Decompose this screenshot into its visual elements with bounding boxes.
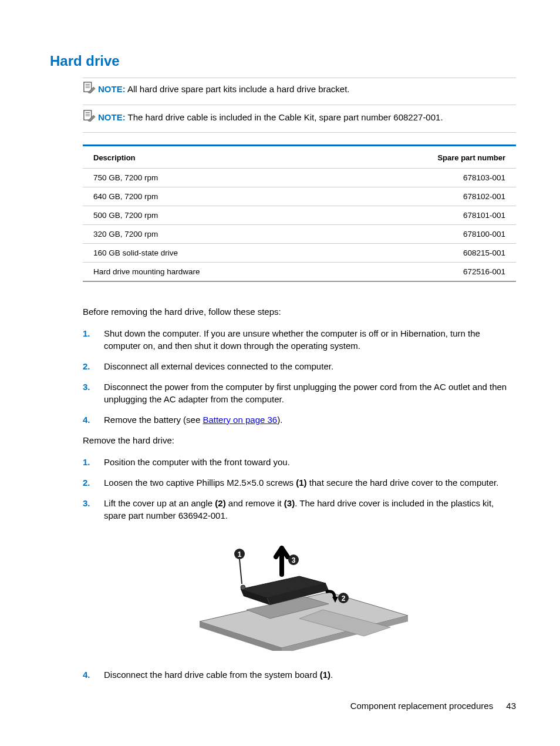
remove-paragraph: Remove the hard drive: bbox=[83, 434, 510, 446]
cell-desc: 640 GB, 7200 rpm bbox=[93, 192, 158, 201]
list-item: 4. Remove the battery (see Battery on pa… bbox=[83, 414, 510, 426]
step-number: 4. bbox=[83, 668, 104, 681]
list-item: 3.Disconnect the power from the computer… bbox=[83, 381, 510, 405]
footer-section: Component replacement procedures bbox=[350, 701, 493, 711]
note-2: NOTE: The hard drive cable is included i… bbox=[83, 111, 516, 133]
note-1: NOTE: All hard drive spare part kits inc… bbox=[83, 78, 516, 105]
step-number: 3. bbox=[83, 497, 104, 522]
note-icon bbox=[83, 110, 96, 122]
cell-part: 678101-001 bbox=[463, 211, 505, 220]
note-text: All hard drive spare part kits include a… bbox=[127, 84, 350, 94]
intro-paragraph: Before removing the hard drive, follow t… bbox=[83, 305, 510, 318]
step-text: Shut down the computer. If you are unsur… bbox=[104, 327, 510, 352]
battery-link[interactable]: Battery on page 36 bbox=[203, 415, 277, 425]
parts-table: Description Spare part number 750 GB, 72… bbox=[83, 145, 516, 282]
note-icon bbox=[83, 82, 96, 93]
step-text: Loosen the two captive Phillips M2.5×5.0… bbox=[104, 476, 510, 489]
list-item: 1.Position the computer with the front t… bbox=[83, 456, 510, 468]
list-item: 2. Loosen the two captive Phillips M2.5×… bbox=[83, 476, 510, 489]
table-row: 750 GB, 7200 rpm678103-001 bbox=[83, 169, 516, 187]
step-text: Position the computer with the front tow… bbox=[104, 456, 510, 468]
step-number: 2. bbox=[83, 476, 104, 489]
step-number: 4. bbox=[83, 414, 104, 426]
cell-part: 608215-001 bbox=[463, 248, 505, 257]
step-number: 1. bbox=[83, 456, 104, 468]
table-row: 320 GB, 7200 rpm678100-001 bbox=[83, 225, 516, 244]
table-row: 640 GB, 7200 rpm678102-001 bbox=[83, 187, 516, 206]
step-text: Disconnect the hard drive cable from the… bbox=[104, 668, 510, 681]
svg-point-16 bbox=[241, 585, 245, 590]
svg-line-19 bbox=[239, 559, 242, 584]
svg-text:1: 1 bbox=[238, 550, 242, 559]
th-spare-part: Spare part number bbox=[437, 153, 505, 162]
steps-remove-continued: 4. Disconnect the hard drive cable from … bbox=[83, 668, 510, 681]
steps-before-removal: 1.Shut down the computer. If you are uns… bbox=[83, 327, 510, 426]
table-header-row: Description Spare part number bbox=[83, 146, 516, 169]
steps-remove: 1.Position the computer with the front t… bbox=[83, 456, 510, 522]
step-text: Remove the battery (see Battery on page … bbox=[104, 414, 510, 426]
cell-part: 672516-001 bbox=[463, 267, 505, 276]
note-label: NOTE: bbox=[98, 84, 126, 94]
svg-text:2: 2 bbox=[342, 594, 346, 603]
table-row: 160 GB solid-state drive608215-001 bbox=[83, 244, 516, 263]
cell-part: 678103-001 bbox=[463, 173, 505, 182]
list-item: 2.Disconnect all external devices connec… bbox=[83, 360, 510, 372]
page-footer: Component replacement procedures 43 bbox=[350, 701, 516, 711]
list-item: 3. Lift the cover up at an angle (2) and… bbox=[83, 497, 510, 522]
step-text: Disconnect the power from the computer b… bbox=[104, 381, 510, 405]
step-text: Disconnect all external devices connecte… bbox=[104, 360, 510, 372]
note-label: NOTE: bbox=[98, 112, 126, 122]
step-number: 3. bbox=[83, 381, 104, 405]
page-number: 43 bbox=[506, 701, 516, 711]
cell-desc: 750 GB, 7200 rpm bbox=[93, 173, 158, 182]
table-row: 500 GB, 7200 rpm678101-001 bbox=[83, 206, 516, 225]
step-number: 2. bbox=[83, 360, 104, 372]
cell-desc: Hard drive mounting hardware bbox=[93, 267, 200, 276]
table-row: Hard drive mounting hardware672516-001 bbox=[83, 263, 516, 281]
list-item: 4. Disconnect the hard drive cable from … bbox=[83, 668, 510, 681]
cell-desc: 500 GB, 7200 rpm bbox=[93, 211, 158, 220]
th-description: Description bbox=[93, 153, 136, 162]
step-number: 1. bbox=[83, 327, 104, 352]
list-item: 1.Shut down the computer. If you are uns… bbox=[83, 327, 510, 352]
step-text: Lift the cover up at an angle (2) and re… bbox=[104, 497, 510, 522]
cell-part: 678102-001 bbox=[463, 192, 505, 201]
note-text: The hard drive cable is included in the … bbox=[128, 112, 443, 122]
cell-desc: 160 GB solid-state drive bbox=[93, 248, 178, 257]
cell-part: 678100-001 bbox=[463, 230, 505, 238]
cell-desc: 320 GB, 7200 rpm bbox=[93, 230, 158, 238]
hard-drive-illustration: 1 3 2 bbox=[83, 533, 516, 651]
section-heading: Hard drive bbox=[50, 53, 516, 69]
svg-text:3: 3 bbox=[292, 556, 296, 564]
